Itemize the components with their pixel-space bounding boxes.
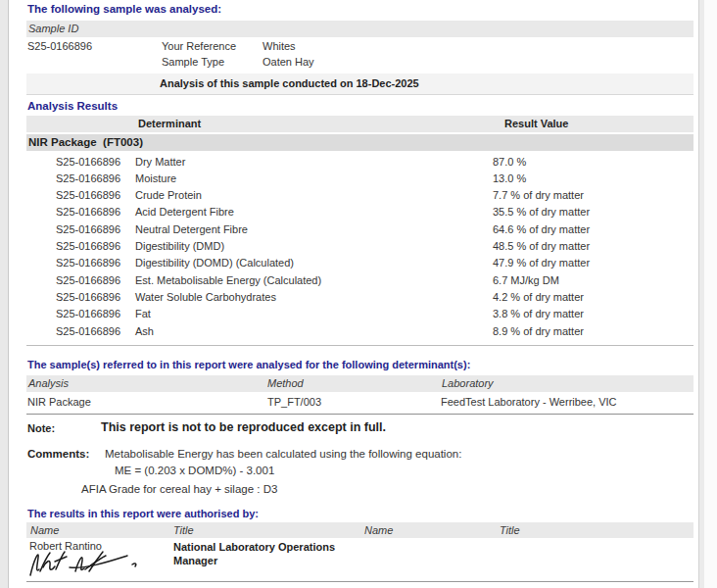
row-result: 8.9 % of dry matter <box>493 325 584 337</box>
table-row: S25-0166896 Ash 8.9 % of dry matter <box>9 325 698 342</box>
row-result: 4.2 % of dry matter <box>493 291 584 303</box>
row-sample-id: S25-0166896 <box>56 172 120 184</box>
sample-id-value: S25-0166896 <box>27 40 92 52</box>
nir-package-group-bar: NIR Package (FT003) <box>26 134 693 151</box>
heading-sample-analysed: The following sample was analysed: <box>27 3 221 15</box>
table-row: S25-0166896 Neutral Detergent Fibre 64.6… <box>9 223 698 240</box>
name-column-header-2: Name <box>364 524 393 536</box>
comments-label: Comments: <box>27 448 89 460</box>
row-determinant: Digestibility (DOMD) (Calculated) <box>135 257 294 269</box>
row-determinant: Digestibility (DMD) <box>135 240 224 252</box>
row-determinant: Moisture <box>135 172 176 184</box>
viewer-left-gutter <box>0 0 9 588</box>
method-column-header: Method <box>267 377 304 389</box>
row-determinant: Crude Protein <box>135 189 202 201</box>
result-value-column-header: Result Value <box>504 118 568 129</box>
row-result: 35.5 % of dry matter <box>493 206 590 218</box>
page-bottom-divider <box>26 581 693 582</box>
row-result: 47.9 % of dry matter <box>493 257 590 269</box>
viewer-right-gutter <box>698 0 704 588</box>
row-result: 7.7 % of dry matter <box>493 189 584 201</box>
authoriser-title: National Laboratory Operations Manager <box>173 540 350 567</box>
row-determinant: Acid Detergent Fibre <box>135 206 234 218</box>
authorised-header-bar: Name Title Name Title <box>26 522 693 538</box>
name-column-header: Name <box>30 524 59 536</box>
table-row: S25-0166896 Fat 3.8 % of dry matter <box>9 308 698 324</box>
table-row: S25-0166896 Digestibility (DMD) 48.5 % o… <box>9 240 698 257</box>
row-sample-id: S25-0166896 <box>56 189 120 201</box>
row-determinant: Dry Matter <box>135 156 185 168</box>
table-row: S25-0166896 Moisture 13.0 % <box>9 172 698 189</box>
row-determinant: Water Soluble Carbohydrates <box>135 291 276 303</box>
comments-equation: ME = (0.203 x DOMD%) - 3.001 <box>115 465 274 476</box>
determinant-column-header: Determinant <box>138 118 201 129</box>
sample-type-value: Oaten Hay <box>263 56 314 68</box>
row-determinant: Ash <box>135 325 154 337</box>
row-sample-id: S25-0166896 <box>56 240 120 252</box>
table-row: S25-0166896 Digestibility (DOMD) (Calcul… <box>9 257 698 273</box>
signature-image <box>26 545 156 582</box>
methods-laboratory-value: FeedTest Laboratory - Werribee, VIC <box>441 396 617 408</box>
conducted-date-text: Analysis of this sample conducted on 18-… <box>160 77 419 89</box>
laboratory-column-header: Laboratory <box>442 377 494 389</box>
row-sample-id: S25-0166896 <box>56 291 120 303</box>
results-header-bar <box>26 116 693 132</box>
row-sample-id: S25-0166896 <box>56 206 120 218</box>
row-determinant: Est. Metabolisable Energy (Calculated) <box>135 274 321 286</box>
note-label: Note: <box>27 422 55 434</box>
comments-afia-grade: AFIA Grade for cereal hay + silage : D3 <box>81 483 277 495</box>
row-sample-id: S25-0166896 <box>56 274 120 286</box>
note-text: This report is not to be reproduced exce… <box>101 420 386 434</box>
table-row: S25-0166896 Est. Metabolisable Energy (C… <box>9 274 698 291</box>
analysis-column-header: Analysis <box>28 377 69 389</box>
results-bottom-divider <box>26 345 693 346</box>
row-sample-id: S25-0166896 <box>56 308 120 319</box>
title-column-header: Title <box>173 524 194 536</box>
heading-authorised-by: The results in this report were authoris… <box>27 508 259 519</box>
row-sample-id: S25-0166896 <box>56 156 120 168</box>
sample-id-column-header: Sample ID <box>28 23 78 34</box>
heading-analysis-results: Analysis Results <box>27 100 118 112</box>
comments-equation-intro: Metabolisable Energy has been calculated… <box>105 448 461 460</box>
row-determinant: Fat <box>135 308 151 319</box>
row-sample-id: S25-0166896 <box>56 223 120 235</box>
sample-id-header-bar: Sample ID <box>26 21 693 37</box>
table-row: S25-0166896 Water Soluble Carbohydrates … <box>9 291 698 308</box>
row-result: 48.5 % of dry matter <box>493 240 590 252</box>
your-reference-label: Your Reference <box>162 40 236 52</box>
nir-package-group-label: NIR Package (FT003) <box>28 136 143 148</box>
row-result: 13.0 % <box>493 172 526 184</box>
table-row: S25-0166896 Crude Protein 7.7 % of dry m… <box>9 189 698 206</box>
sample-type-label: Sample Type <box>162 56 224 68</box>
row-result: 64.6 % of dry matter <box>493 223 590 235</box>
methods-analysis-value: NIR Package <box>27 396 91 408</box>
row-sample-id: S25-0166896 <box>56 257 120 269</box>
table-row: S25-0166896 Dry Matter 87.0 % <box>9 156 698 172</box>
methods-bottom-divider <box>26 414 693 415</box>
table-row: S25-0166896 Acid Detergent Fibre 35.5 % … <box>9 206 698 222</box>
row-sample-id: S25-0166896 <box>56 325 120 337</box>
title-column-header-2: Title <box>500 524 520 536</box>
row-result: 3.8 % of dry matter <box>493 308 584 319</box>
row-result: 6.7 MJ/kg DM <box>493 274 559 286</box>
methods-header-bar: Analysis Method Laboratory <box>26 375 693 392</box>
conducted-date-banner: Analysis of this sample conducted on 18-… <box>26 74 693 95</box>
report-page: The following sample was analysed: Sampl… <box>9 0 698 588</box>
heading-determinants-note: The sample(s) referred to in this report… <box>27 359 470 370</box>
row-result: 87.0 % <box>493 156 526 168</box>
row-determinant: Neutral Detergent Fibre <box>135 223 248 235</box>
your-reference-value: Whites <box>263 40 296 52</box>
methods-method-value: TP_FT/003 <box>267 396 321 408</box>
